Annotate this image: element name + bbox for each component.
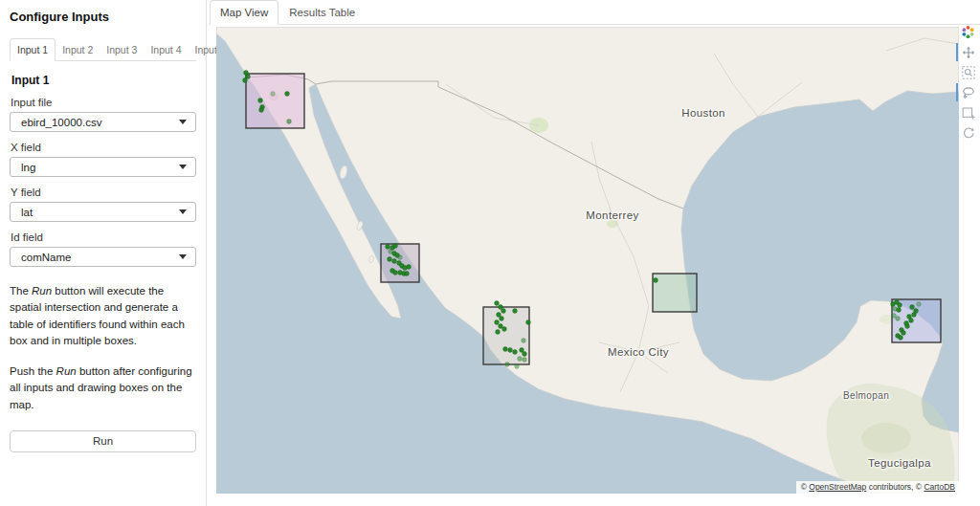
data-point (500, 317, 504, 321)
data-point (398, 255, 403, 260)
data-point (508, 348, 513, 353)
data-point (523, 352, 527, 357)
map-view[interactable]: HoustonMonterreyMexico CityBelmopanTeguc… (216, 27, 959, 494)
lasso-icon[interactable] (961, 85, 975, 99)
pan-icon[interactable] (961, 45, 975, 59)
data-point (496, 330, 501, 335)
data-point (388, 257, 392, 262)
data-point (898, 303, 902, 308)
data-point (271, 92, 276, 97)
data-point (909, 319, 914, 323)
y-field-value: lat (21, 207, 33, 218)
input-panel-title: Input 1 (11, 74, 196, 87)
data-point (905, 324, 910, 329)
drawn-box[interactable] (246, 74, 304, 128)
configure-inputs-panel: Configure Inputs Input 1 Input 2 Input 3… (0, 0, 207, 506)
data-point (897, 308, 902, 313)
draw-rectangle-icon[interactable] (961, 105, 975, 120)
id-field-value: comName (21, 252, 71, 263)
data-point (259, 108, 264, 113)
data-point (912, 313, 917, 318)
x-field-label: X field (11, 142, 196, 153)
basemap (216, 27, 959, 494)
data-point (505, 363, 510, 367)
help-paragraph-2: Push the Run button after configuring al… (10, 363, 196, 413)
city-label-belmopan: Belmopan (843, 390, 889, 401)
data-point (407, 265, 412, 270)
y-field-label: Y field (11, 187, 196, 198)
data-point (392, 259, 397, 264)
x-field-select[interactable]: lng (10, 157, 196, 177)
openstreetmap-link[interactable]: OpenStreetMap (809, 482, 866, 492)
data-point (405, 272, 410, 276)
cartodb-link[interactable]: CartoDB (924, 482, 955, 492)
tab-map-view[interactable]: Map View (210, 0, 278, 25)
tab-input-3[interactable]: Input 3 (100, 39, 144, 60)
drawn-box[interactable] (483, 307, 529, 364)
data-point (522, 339, 526, 343)
drawn-box[interactable] (653, 274, 697, 312)
data-point (899, 336, 903, 341)
data-point (386, 245, 390, 250)
data-point (896, 317, 901, 321)
data-point (503, 347, 508, 352)
city-label-tegucigalpa: Tegucigalpa (868, 457, 931, 469)
zoom-box-icon[interactable] (961, 65, 975, 79)
tab-input-4[interactable]: Input 4 (144, 39, 188, 60)
data-point (902, 331, 906, 336)
data-point (917, 302, 922, 307)
id-field-select[interactable]: comName (10, 247, 196, 267)
data-point (513, 309, 518, 314)
data-point (513, 350, 518, 355)
data-point (285, 92, 290, 97)
input-file-label: Input file (11, 97, 196, 108)
plotly-logo[interactable] (961, 25, 975, 39)
data-point (502, 327, 507, 332)
data-point (654, 278, 658, 283)
chevron-down-icon (179, 254, 187, 259)
help-paragraph-1: The Run button will execute the spatial … (10, 283, 196, 349)
input-file-select[interactable]: ebird_10000.csv (10, 112, 196, 132)
data-point (287, 120, 292, 124)
sidebar-title: Configure Inputs (10, 10, 196, 24)
island (339, 165, 348, 179)
data-point (495, 301, 500, 306)
tab-input-1[interactable]: Input 1 (10, 38, 56, 61)
reset-view-icon[interactable] (961, 125, 975, 140)
run-button[interactable]: Run (10, 430, 196, 452)
data-point (393, 244, 398, 249)
chevron-down-icon (179, 165, 187, 169)
map-modebar (961, 25, 978, 140)
y-field-select[interactable]: lat (10, 202, 196, 222)
tab-results-table[interactable]: Results Table (279, 1, 365, 24)
input-tabs: Input 1 Input 2 Input 3 Input 4 Input 5 (10, 39, 196, 61)
data-point (495, 320, 500, 325)
main-tabset: Map View Results Table (209, 0, 980, 25)
data-point (393, 271, 398, 275)
map-attribution: © OpenStreetMap contributors, © CartoDB (796, 481, 959, 494)
id-field-label: Id field (11, 231, 196, 243)
data-point (523, 358, 527, 363)
city-label-houston: Houston (681, 107, 725, 119)
data-point (515, 364, 520, 369)
data-point (258, 99, 263, 103)
data-point (389, 250, 393, 254)
data-point (518, 357, 523, 362)
city-label-mexico-city: Mexico City (608, 346, 669, 358)
data-point (526, 320, 531, 325)
data-point (243, 78, 248, 83)
data-point (910, 305, 915, 310)
input-file-value: ebird_10000.csv (21, 117, 101, 128)
data-point (501, 309, 506, 314)
city-label-monterrey: Monterrey (586, 209, 638, 221)
x-field-value: lng (21, 162, 35, 173)
tab-input-2[interactable]: Input 2 (56, 39, 100, 60)
chevron-down-icon (179, 120, 187, 124)
chevron-down-icon (179, 209, 187, 214)
